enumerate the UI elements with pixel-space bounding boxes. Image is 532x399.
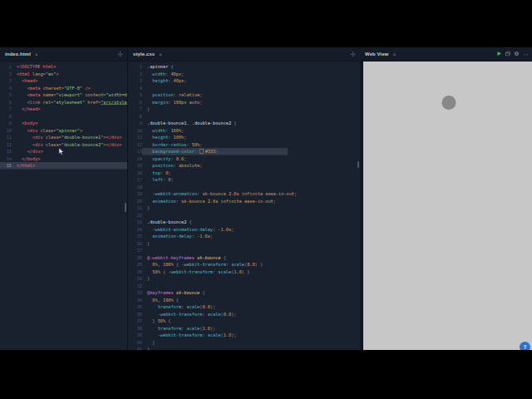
globe-icon[interactable] (515, 51, 520, 58)
code-editor-app: index.html × 1<!DOCTYPE html>2<html lang… (0, 47, 532, 350)
scrollbar-thumb[interactable] (125, 203, 126, 212)
code-token: ); (231, 332, 236, 337)
code-line[interactable]: 5 position: relative; (128, 91, 360, 99)
code-line[interactable]: 6 margin: 100px auto; (128, 99, 360, 106)
code-line[interactable]: 22 (128, 212, 360, 219)
line-number: 1 (128, 63, 142, 71)
code-line[interactable]: 7 </head> (0, 106, 127, 113)
code-token: transform (147, 304, 181, 309)
code-token: "double-bounce2" (62, 142, 104, 147)
code-line[interactable]: 26} (128, 240, 360, 248)
code-token: opacity (147, 156, 170, 161)
code-line[interactable]: 8 (0, 113, 127, 121)
code-line[interactable]: 9.double-bounce1, .double-bounce2 { (128, 120, 360, 127)
code-line[interactable]: 2<html lang="en"> (0, 71, 127, 78)
code-token: 100px auto (174, 100, 200, 105)
code-line[interactable]: 28@-webkit-keyframes sk-bounce { (128, 254, 360, 262)
code-line[interactable]: 8 (128, 113, 360, 121)
code-token: ; (210, 234, 213, 239)
close-icon[interactable]: × (159, 52, 162, 57)
code-line[interactable]: 33@keyframes sk-bounce { (128, 289, 360, 297)
code-token: > (56, 71, 58, 76)
code-line[interactable]: 36 -webkit-transform: scale(0.0); (128, 311, 360, 318)
code-line[interactable]: 19 -webkit-animation: sk-bounce 2.0s inf… (128, 190, 360, 198)
code-line[interactable]: 13 background-color: #333; (128, 148, 360, 155)
line-number: 9 (0, 120, 12, 127)
code-line[interactable]: 15 position: absolute; (128, 162, 360, 170)
code-token: 0%, 100% (147, 298, 176, 303)
code-line[interactable]: 32 (128, 283, 360, 290)
code-line[interactable]: 40 } (128, 339, 360, 347)
code-token: } (147, 106, 150, 111)
help-button-label: ? (524, 344, 527, 350)
code-token: <link (17, 100, 43, 105)
tab-index-html[interactable]: index.html × (0, 47, 43, 61)
code-line[interactable]: 29 0%, 100% { -webkit-transform: scale(0… (128, 261, 360, 268)
code-line[interactable]: 11 <div class="double-bounce1"></div> (0, 134, 127, 141)
code-line[interactable]: 35 transform: scale(0.0); (128, 303, 360, 311)
help-button[interactable]: ? (520, 342, 530, 350)
code-line[interactable]: 27 (128, 247, 360, 254)
line-number: 11 (0, 134, 12, 141)
code-line[interactable]: 24 -webkit-animation-delay: -1.0s; (128, 226, 360, 234)
code-line[interactable]: 20 animation: sk-bounce 2.0s infinite ea… (128, 198, 360, 205)
code-line[interactable]: 9 <body> (0, 120, 127, 127)
code-line[interactable]: 10 <div class="spinner"> (0, 127, 127, 135)
code-token: ; (168, 170, 170, 175)
code-token: ) } (242, 269, 249, 274)
code-token: 0%, 100% (147, 262, 176, 267)
code-token: .double-bounce2 (192, 121, 234, 126)
code-line[interactable]: 12 border-radius: 50%; (128, 141, 360, 149)
code-token: "viewport" (56, 92, 82, 97)
run-icon[interactable] (497, 51, 502, 58)
windows-icon[interactable] (505, 51, 510, 58)
code-line[interactable]: 2 width: 40px; (128, 71, 360, 78)
line-number: 15 (128, 162, 142, 170)
code-line[interactable]: 17 left: 0; (128, 176, 360, 184)
code-line[interactable]: 3 <head> (0, 77, 127, 85)
code-token: animation-delay (147, 234, 192, 239)
code-token: 0.0 (247, 262, 254, 267)
code-line[interactable]: 1<!DOCTYPE html> (0, 63, 127, 71)
code-line[interactable]: 23.double-bounce2 { (128, 219, 360, 226)
code-line[interactable]: 14 </body> (0, 155, 127, 163)
code-line[interactable]: 37 } 50% { (128, 318, 360, 325)
code-line[interactable]: 5 <meta name="viewport" content="width=d… (0, 91, 127, 99)
scrollbar-thumb[interactable] (357, 161, 359, 168)
code-line[interactable]: 16 top: 0; (128, 170, 360, 177)
html-code-area[interactable]: 1<!DOCTYPE html>2<html lang="en">3 <head… (0, 62, 127, 350)
code-line[interactable]: 30 50% { -webkit-transform: scale(1.0) } (128, 268, 360, 276)
code-line[interactable]: 11 height: 100%; (128, 134, 360, 141)
code-token: } (147, 241, 150, 246)
code-line[interactable]: 34 0%, 100% { (128, 297, 360, 304)
close-icon[interactable]: × (35, 52, 38, 57)
more-icon[interactable]: ⋯ (523, 52, 529, 57)
code-token: </head> (17, 106, 40, 111)
code-line[interactable]: 4 <meta charset="UTF-8" /> (0, 85, 127, 92)
code-line[interactable]: 4 (128, 85, 360, 92)
line-number: 23 (128, 219, 142, 226)
code-line[interactable]: 15</html> (0, 162, 127, 170)
code-line[interactable]: 6 <link rel="stylesheet" href="src/style… (0, 99, 127, 106)
code-line[interactable]: 39 -webkit-transform: scale(1.0); (128, 332, 360, 339)
code-token: } (147, 205, 150, 210)
code-line[interactable]: 18 (128, 184, 360, 191)
spinner-circle (442, 96, 456, 110)
code-token: -webkit-animation-delay (147, 227, 213, 232)
code-line[interactable]: 14 opacity: 0.6; (128, 155, 360, 163)
code-line[interactable]: 1.spinner { (128, 63, 360, 71)
code-line[interactable]: 38 transform: scale(1.0); (128, 325, 360, 332)
tab-web-view[interactable]: Web View × (360, 47, 401, 61)
move-panel-icon[interactable] (118, 52, 124, 57)
tab-style-css[interactable]: style.css × (128, 47, 167, 61)
code-line[interactable]: 3 height: 40px; (128, 77, 360, 85)
code-line[interactable]: 10 width: 100%; (128, 127, 360, 135)
code-line[interactable]: 25 animation-delay: -1.0s; (128, 233, 360, 240)
code-line[interactable]: 7} (128, 106, 360, 113)
css-code-area[interactable]: 1.spinner {2 width: 40px;3 height: 40px;… (128, 62, 360, 350)
move-panel-icon[interactable] (351, 52, 357, 57)
code-line[interactable]: 12 <div class="double-bounce2"></div> (0, 141, 127, 149)
close-icon[interactable]: × (393, 52, 397, 57)
code-line[interactable]: 31} (128, 275, 360, 283)
code-line[interactable]: 21} (128, 204, 360, 212)
